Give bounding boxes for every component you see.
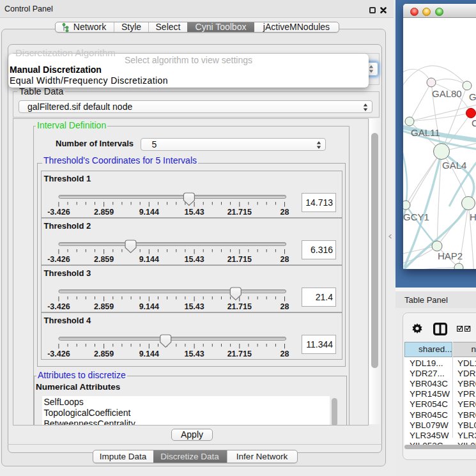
svg-text:GA: GA bbox=[469, 91, 476, 102]
svg-text:9.144: 9.144 bbox=[139, 255, 158, 264]
svg-text:9.144: 9.144 bbox=[139, 208, 158, 217]
svg-text:21.715: 21.715 bbox=[227, 302, 251, 311]
svg-text:9.144: 9.144 bbox=[139, 302, 158, 311]
svg-text:-3.426: -3.426 bbox=[47, 302, 70, 311]
svg-text:GAL11: GAL11 bbox=[411, 127, 440, 138]
svg-text:2.859: 2.859 bbox=[93, 349, 113, 358]
svg-text:-3.426: -3.426 bbox=[47, 208, 70, 217]
svg-text:2.859: 2.859 bbox=[93, 208, 113, 217]
svg-text:15.43: 15.43 bbox=[184, 255, 204, 264]
svg-text:GCY1: GCY1 bbox=[403, 211, 429, 222]
svg-text:GAL4: GAL4 bbox=[442, 160, 466, 171]
svg-text:HAP2: HAP2 bbox=[438, 250, 463, 261]
svg-text:C: C bbox=[472, 118, 476, 128]
svg-text:21.715: 21.715 bbox=[227, 255, 251, 264]
svg-text:28: 28 bbox=[280, 302, 289, 311]
svg-text:-3.426: -3.426 bbox=[47, 349, 70, 358]
svg-text:2.859: 2.859 bbox=[93, 302, 113, 311]
svg-text:21.715: 21.715 bbox=[227, 208, 251, 217]
svg-text:GAL80: GAL80 bbox=[432, 88, 462, 99]
svg-text:28: 28 bbox=[280, 255, 289, 264]
svg-text:15.43: 15.43 bbox=[184, 208, 204, 217]
svg-text:21.715: 21.715 bbox=[227, 349, 251, 358]
svg-text:15.43: 15.43 bbox=[184, 349, 204, 358]
svg-text:-3.426: -3.426 bbox=[47, 255, 70, 264]
svg-text:2.859: 2.859 bbox=[93, 255, 113, 264]
svg-text:28: 28 bbox=[280, 208, 289, 217]
svg-text:H: H bbox=[470, 211, 476, 222]
svg-text:15.43: 15.43 bbox=[184, 302, 204, 311]
svg-text:9.144: 9.144 bbox=[139, 349, 158, 358]
svg-text:28: 28 bbox=[280, 349, 289, 358]
